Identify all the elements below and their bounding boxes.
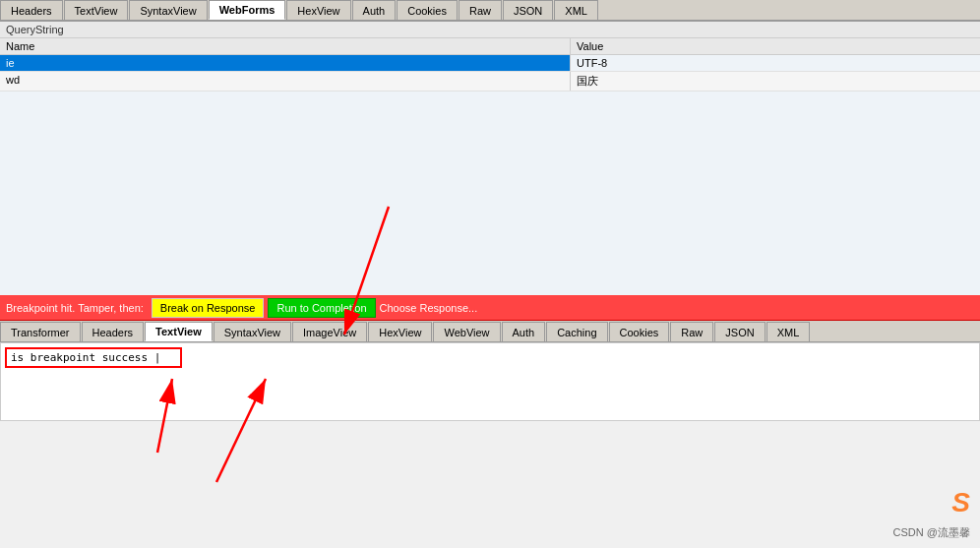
bottom-tab-bar: Transformer Headers TextView SyntaxView … [0, 321, 980, 342]
tab-bottom-auth[interactable]: Auth [502, 322, 546, 341]
row-wd-name: wd [0, 72, 571, 91]
tab-json[interactable]: JSON [503, 0, 553, 20]
tab-bottom-textview[interactable]: TextView [145, 322, 213, 341]
tab-textview[interactable]: TextView [64, 0, 129, 20]
tab-raw[interactable]: Raw [459, 0, 502, 20]
tab-transformer[interactable]: Transformer [0, 322, 81, 341]
tab-bottom-json[interactable]: JSON [714, 322, 765, 341]
row-ie-value: UTF-8 [571, 55, 980, 71]
breakpoint-bar: Breakpoint hit. Tamper, then: Break on R… [0, 295, 980, 321]
breakpoint-text-output[interactable]: is breakpoint success | [5, 347, 182, 368]
csdn-label: CSDN @流墨馨 [893, 525, 970, 540]
tab-imageview[interactable]: ImageView [292, 322, 367, 341]
watermark-icon: S [951, 487, 970, 518]
top-tab-bar: Headers TextView SyntaxView WebForms Hex… [0, 0, 980, 22]
tab-webview[interactable]: WebView [433, 322, 500, 341]
col-header-name: Name [0, 38, 571, 54]
tab-bottom-syntaxview[interactable]: SyntaxView [214, 322, 291, 341]
tab-bottom-xml[interactable]: XML [766, 322, 811, 341]
tab-bottom-cookies[interactable]: Cookies [609, 322, 670, 341]
breakpoint-label: Breakpoint hit. Tamper, then: [6, 302, 144, 314]
col-header-value: Value [571, 38, 980, 54]
tab-headers[interactable]: Headers [0, 0, 63, 20]
choose-response-label: Choose Response... [380, 302, 478, 314]
tab-cookies[interactable]: Cookies [397, 0, 458, 20]
break-on-response-button[interactable]: Break on Response [152, 298, 265, 318]
row-wd-value: 国庆 [571, 72, 980, 91]
tab-bottom-headers[interactable]: Headers [82, 322, 145, 341]
run-to-completion-button[interactable]: Run to Completion [268, 298, 375, 318]
table-header-row: Name Value [0, 38, 980, 55]
tab-webforms[interactable]: WebForms [209, 0, 286, 20]
tab-syntaxview[interactable]: SyntaxView [129, 0, 207, 20]
tab-caching[interactable]: Caching [546, 322, 607, 341]
tab-bottom-raw[interactable]: Raw [670, 322, 713, 341]
tab-bottom-hexview[interactable]: HexView [368, 322, 432, 341]
bottom-content-area: is breakpoint success | [0, 342, 980, 421]
tab-auth[interactable]: Auth [352, 0, 397, 20]
table-row[interactable]: wd 国庆 [0, 72, 980, 91]
tab-hexview[interactable]: HexView [286, 0, 350, 20]
querystring-section-header: QueryString [0, 22, 980, 38]
empty-data-area [0, 91, 980, 295]
tab-xml[interactable]: XML [554, 0, 598, 20]
row-ie-name: ie [0, 55, 571, 71]
table-row[interactable]: ie UTF-8 [0, 55, 980, 72]
